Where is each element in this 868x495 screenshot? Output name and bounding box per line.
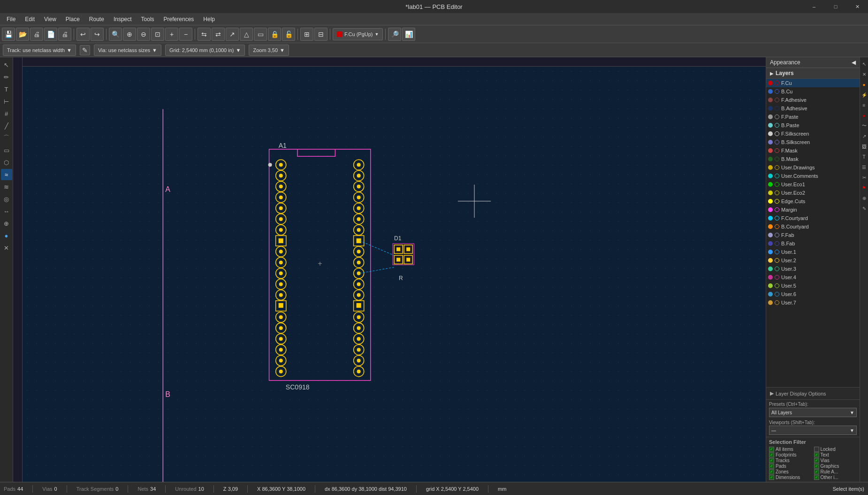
origin-tool[interactable]: ⊕ (1, 218, 12, 229)
menu-inspect[interactable]: Inspect (109, 15, 137, 23)
measure-tool[interactable]: ↔ (1, 206, 12, 217)
layer-item-user-4[interactable]: User.4 (766, 273, 860, 282)
arrow-button[interactable]: △ (240, 28, 253, 41)
filter-checkbox[interactable]: ✓ (769, 475, 774, 480)
filter-checkbox[interactable]: ✓ (769, 458, 774, 463)
arc-tool[interactable]: ⌒ (1, 132, 12, 144)
layer-item-user-7[interactable]: User.7 (766, 298, 860, 307)
rt-img-icon[interactable]: 🖼 (860, 142, 868, 151)
filter-checkbox[interactable]: ✓ (814, 458, 819, 463)
menu-place[interactable]: Place (61, 15, 84, 23)
net-inspect-button[interactable]: 🔎 (388, 28, 401, 41)
rt-add-icon[interactable]: ⊕ (860, 193, 868, 203)
zoom-in2-button[interactable]: + (165, 28, 178, 41)
select-tool[interactable]: ↖ (1, 59, 12, 70)
rt-list-icon[interactable]: ☰ (860, 162, 868, 172)
grid-dropdown[interactable]: Grid: 2,5400 mm (0,1000 in) ▼ (165, 45, 245, 56)
zoom-dropdown[interactable]: Zoom 3,50 ▼ (249, 45, 289, 56)
track-edit-button[interactable]: ✎ (80, 45, 90, 55)
layer-item-f-mask[interactable]: F.Mask (766, 146, 860, 155)
presets-dropdown[interactable]: All Layers ▼ (769, 408, 857, 417)
minimize-button[interactable]: – (803, 0, 825, 13)
layer-item-edge-cuts[interactable]: Edge.Cuts (766, 197, 860, 206)
grid-tool[interactable]: # (1, 108, 12, 119)
dim-tool[interactable]: ⊢ (1, 96, 12, 107)
track-dropdown[interactable]: Track: use netclass width ▼ (3, 45, 76, 56)
menu-file[interactable]: File (2, 15, 20, 23)
menu-help[interactable]: Help (198, 15, 220, 23)
filter-item-footprints[interactable]: ✓Footprints (769, 452, 812, 457)
rt-net-icon[interactable]: ● (860, 80, 868, 89)
diff-route-tool[interactable]: ≋ (1, 181, 12, 192)
search-button[interactable]: 🔍 (109, 28, 122, 41)
layer-item-b-silkscreen[interactable]: B.Silkscreen (766, 138, 860, 146)
rt-pad-icon[interactable]: ● (860, 111, 868, 120)
net-button[interactable]: ⊞ (300, 28, 313, 41)
text-tool[interactable]: T (1, 84, 12, 95)
rt-rule-icon[interactable]: ≡ (860, 100, 868, 110)
rt-rat-icon[interactable]: ↗ (860, 131, 868, 141)
layer-item-f-silkscreen[interactable]: F.Silkscreen (766, 129, 860, 138)
layer-item-user-drawings[interactable]: User.Drawings (766, 163, 860, 172)
layer-item-f-paste[interactable]: F.Paste (766, 113, 860, 121)
layer-item-user-5[interactable]: User.5 (766, 282, 860, 290)
filter-checkbox[interactable]: ✓ (769, 464, 774, 469)
redo-button[interactable]: ↪ (91, 28, 104, 41)
layer-item-f-adhesive[interactable]: F.Adhesive (766, 96, 860, 104)
layer-item-b-mask[interactable]: B.Mask (766, 155, 860, 163)
layer-item-f-cu[interactable]: F.Cu (766, 79, 860, 87)
filter-checkbox[interactable]: ✓ (769, 469, 774, 474)
layer-item-b-fab[interactable]: B.Fab (766, 239, 860, 248)
pcb-canvas[interactable]: A B A1 SC0918 (13, 57, 766, 482)
filter-item-dimensions[interactable]: ✓Dimensions (769, 475, 812, 480)
layer-item-f-courtyard[interactable]: F.Courtyard (766, 214, 860, 222)
inspect2-button[interactable]: 📊 (402, 28, 415, 41)
filter-item-graphics[interactable]: ✓Graphics (814, 464, 857, 469)
rt-text-icon[interactable]: T (860, 152, 868, 161)
layer-item-user-2[interactable]: User.2 (766, 256, 860, 265)
layer-dropdown[interactable]: F.Cu (PgUp) ▼ (333, 28, 383, 40)
line-tool[interactable]: ╱ (1, 120, 12, 131)
filter-checkbox[interactable]: ✓ (814, 475, 819, 480)
via-dropdown[interactable]: Via: use netclass sizes ▼ (94, 45, 161, 56)
filter-item-text[interactable]: ✓Text (814, 452, 857, 457)
filter-checkbox[interactable]: ✓ (814, 469, 819, 474)
menu-edit[interactable]: Edit (20, 15, 39, 23)
filter-item-other-i...[interactable]: ✓Other i... (814, 475, 857, 480)
filter-item-rule-a...[interactable]: ✓Rule A... (814, 469, 857, 474)
print-button[interactable]: 🖨 (30, 28, 43, 41)
layer-display-header[interactable]: ▶ Layer Display Options (766, 389, 860, 397)
layers-list[interactable]: F.CuB.CuF.AdhesiveB.AdhesiveF.PasteB.Pas… (766, 79, 860, 387)
flip-button[interactable]: ⇆ (198, 28, 211, 41)
open-button[interactable]: 📂 (16, 28, 29, 41)
zoom-out2-button[interactable]: − (179, 28, 192, 41)
rect-tool[interactable]: ▭ (1, 145, 12, 156)
plot-button[interactable]: 📄 (44, 28, 57, 41)
appearance-collapse-icon[interactable]: ◀ (852, 59, 856, 66)
print2-button[interactable]: 🖨 (58, 28, 71, 41)
filter-checkbox[interactable]: ✓ (814, 464, 819, 469)
layer-item-b-adhesive[interactable]: B.Adhesive (766, 104, 860, 113)
close-button[interactable]: ✕ (846, 0, 868, 13)
via-tool[interactable]: ◎ (1, 193, 12, 205)
draw-tool[interactable]: ✏ (1, 71, 12, 83)
undo-button[interactable]: ↩ (76, 28, 90, 41)
menu-view[interactable]: View (39, 15, 61, 23)
filter-item-locked[interactable]: Locked (814, 447, 857, 452)
layers-expand-icon[interactable]: ▶ (770, 71, 774, 76)
rt-drc-icon[interactable]: ⚡ (860, 90, 868, 99)
rt-cut-icon[interactable]: ✂ (860, 173, 868, 182)
filter-item-zones[interactable]: ✓Zones (769, 469, 812, 474)
filter-checkbox[interactable]: ✓ (814, 452, 819, 457)
filter-checkbox[interactable]: ✓ (769, 452, 774, 457)
layer-item-user-comments[interactable]: User.Comments (766, 172, 860, 180)
viewports-dropdown[interactable]: — ▼ (769, 426, 857, 435)
lock2-button[interactable]: 🔓 (282, 28, 295, 41)
rt-select-icon[interactable]: ↖ (860, 59, 868, 69)
menu-route[interactable]: Route (84, 15, 109, 23)
layer-item-margin[interactable]: Margin (766, 206, 860, 214)
zoom-out-button[interactable]: ⊖ (137, 28, 150, 41)
lock-button[interactable]: 🔒 (268, 28, 281, 41)
layer-item-b-cu[interactable]: B.Cu (766, 87, 860, 96)
route-button[interactable]: ↗ (226, 28, 239, 41)
